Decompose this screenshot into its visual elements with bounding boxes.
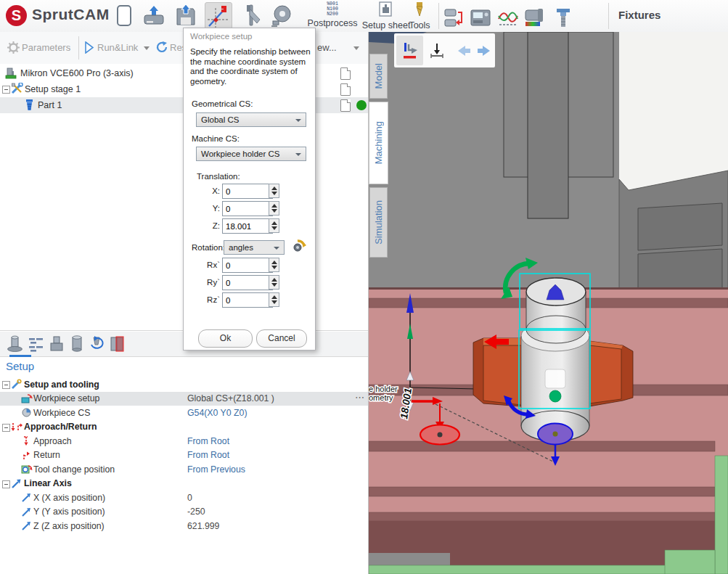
row-workpiece-cs[interactable]: Workpiece CS G54(X0 Y0 Z0) [0,406,368,420]
workpiece-setup-button[interactable] [205,2,232,31]
tools-button[interactable]: Tools [404,1,435,30]
row-approach[interactable]: Approach From Root [0,434,368,448]
rx-spinner[interactable] [269,258,279,272]
drop-to-surface-button[interactable] [423,36,450,65]
machine-cs-select[interactable]: Workpiece holder CS [196,147,306,161]
expander-icon[interactable] [2,86,10,94]
rz-label: Rz` [191,295,220,304]
parameters-gear-icon [7,41,20,54]
expander-icon[interactable] [2,381,10,389]
tx-spinner[interactable] [269,184,279,198]
ry-input[interactable] [222,275,273,290]
row-tool-change-position[interactable]: Tool change position From Previous [0,462,368,477]
rotation-select[interactable]: angles [224,240,285,255]
tab-model[interactable]: Model [369,54,388,99]
tab-setup[interactable] [5,334,24,353]
linear-axis-icon [11,478,22,489]
panel-border [368,32,369,574]
workpiece-button[interactable] [545,369,565,388]
rx-input[interactable] [222,258,273,273]
operation-dropdown-icon[interactable] [353,46,359,50]
green-center-handle[interactable] [549,390,561,402]
row-workpiece-setup[interactable]: Workpiece setup Global CS+(Z18.001 ) ⋯ [0,392,368,406]
tool-button[interactable] [550,4,576,32]
ty-input[interactable] [222,201,273,216]
row-linear-axis[interactable]: Linear Axis [0,477,368,491]
clipped-holder-label: e holder [369,385,398,393]
tz-spinner[interactable] [269,218,279,233]
part-icon [24,99,35,112]
expander-icon[interactable] [2,480,10,488]
document-icon[interactable] [340,83,351,96]
tool-change-icon [21,464,33,475]
run-link-play-icon [84,41,94,54]
rotation-tool-icon[interactable] [292,239,306,253]
row-z-axis[interactable]: Z (Z axis position) 621.999 [0,519,368,533]
run-link-dropdown-icon[interactable] [144,46,150,50]
geometrical-cs-select[interactable]: Global CS [196,112,306,127]
setup-sheet-icon [377,1,395,17]
machine-cs-label: Machine CS: [192,134,240,143]
active-tab-underline [9,355,31,357]
run-link-button[interactable]: Run&Link [97,42,138,53]
tab-stock[interactable] [47,334,66,353]
undo-arrow-button[interactable] [453,42,473,60]
toolbar-separator [438,3,439,29]
tool-colors-button[interactable] [521,4,547,32]
tz-input[interactable] [222,218,273,234]
workpiece-setup-icon [206,4,231,30]
tx-input[interactable] [222,184,273,199]
tab-rotate-tool[interactable] [88,334,107,353]
cancel-button[interactable]: Cancel [256,329,307,348]
operations-list-icon [28,335,45,353]
axis-icon [21,520,32,531]
stock-icon [48,335,65,353]
ry-spinner[interactable] [269,275,279,290]
row-y-axis[interactable]: Y (Y axis position) -250 [0,505,368,520]
postprocess-icon: %001 N100 N200 [303,1,361,17]
tool-colors-icon [523,7,545,29]
viewport-3d-scene[interactable]: e holder ometry 18.001 [369,32,728,574]
workpiece-position-button[interactable] [396,36,423,65]
open-button[interactable] [141,2,167,30]
rz-spinner[interactable] [269,292,279,307]
expander-icon[interactable] [2,424,10,432]
machining-scheme-icon [443,7,465,29]
graphs-button[interactable] [495,4,521,32]
row-x-axis[interactable]: X (X axis position) 0 [0,491,368,505]
tab-workpiece[interactable] [68,334,86,353]
ok-button[interactable]: Ok [198,329,253,348]
tab-fixtures[interactable] [108,334,127,353]
cnc-panel-button[interactable] [467,4,494,32]
clipped-geometry-label: ometry [369,393,393,402]
ty-spinner[interactable] [269,201,279,216]
tab-simulation[interactable]: Simulation [369,187,388,258]
dialog-description: Specify the relationship between the mac… [190,47,311,86]
save-button[interactable] [173,2,199,30]
document-icon[interactable] [340,99,351,112]
tab-operations-list[interactable] [27,334,46,353]
row-setup-and-tooling[interactable]: Setup and tooling [0,377,368,392]
row-return[interactable]: Return From Root [0,448,368,463]
postprocess-button[interactable]: %001 N100 N200 Postprocess [303,1,361,28]
tab-machining[interactable]: Machining [369,102,388,184]
redo-arrow-button[interactable] [475,42,495,60]
setup-stage-icon [11,83,23,95]
chevron-down-icon [295,119,301,122]
parameters-button[interactable]: Parameters [22,42,70,53]
row-approach-return[interactable]: Approach/Return [0,420,368,435]
new-project-button[interactable] [111,2,137,30]
ry-label: Ry` [191,278,220,287]
measure-button[interactable] [238,2,264,30]
rz-input[interactable] [222,292,273,308]
fixtures-menu[interactable]: Fixtures [618,9,660,21]
document-icon[interactable] [340,67,351,80]
rx-label: Rx` [191,261,220,269]
more-button[interactable]: ⋯ [355,392,365,403]
measure-tape-button[interactable] [269,2,295,30]
setup-panel-title: Setup [6,360,34,372]
setup-tooling-icon [11,379,22,390]
workpiece-on-table-icon [6,335,23,353]
machining-scheme-button[interactable] [441,4,467,32]
operation-dropdown[interactable]: ew... [317,42,337,53]
